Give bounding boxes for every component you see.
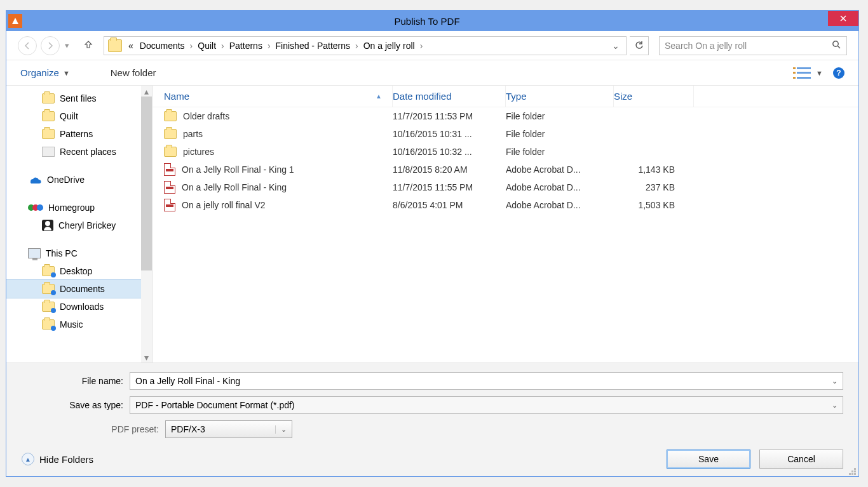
window-title: Publish To PDF [26,16,828,27]
nav-history-dropdown[interactable]: ▾ [65,41,69,50]
sidebar-item-label: Recent places [60,147,116,157]
pdf-preset-label: PDF preset: [22,424,165,434]
chevron-down-icon: ▼ [63,69,70,77]
breadcrumb-item[interactable]: On a jelly roll [361,41,417,51]
sidebar-item[interactable]: Music [6,316,152,333]
titlebar: Publish To PDF [6,11,858,31]
file-name: On a Jelly Roll Final - King 1 [182,164,294,175]
sidebar-item-label: Documents [60,284,105,294]
column-header-date[interactable]: Date modified [393,86,506,107]
file-row[interactable]: On a Jelly Roll Final - King11/7/2015 11… [153,178,858,196]
sidebar-item[interactable]: Downloads [6,298,152,316]
sidebar-scrollbar[interactable]: ▴ ▾ [141,86,152,363]
sidebar-item[interactable]: Documents [6,280,152,298]
folder-icon [108,39,122,52]
address-dropdown[interactable]: ⌄ [612,41,620,51]
file-list: Name ▲ Date modified Type Size Older dra… [153,86,858,363]
file-row[interactable]: On a jelly roll final V28/6/2015 4:01 PM… [153,196,858,214]
folder-icon [42,302,55,312]
search-placeholder: Search On a jelly roll [665,41,747,51]
save-button[interactable]: Save [667,450,750,469]
toolbar: Organize ▼ New folder ▼ ? [6,60,858,86]
scroll-down-icon[interactable]: ▾ [141,352,152,363]
sidebar-item[interactable]: OneDrive [6,171,152,189]
organize-button[interactable]: Organize ▼ [20,67,70,78]
folder-icon [42,284,55,294]
file-type: File folder [506,111,614,121]
scroll-up-icon[interactable]: ▴ [141,86,152,97]
recent-places-icon [42,147,55,157]
close-button[interactable] [828,11,858,26]
column-header-type[interactable]: Type [506,86,614,107]
filename-row: File name: On a Jelly Roll Final - King … [22,372,843,390]
file-row[interactable]: parts10/16/2015 10:31 ...File folder [153,125,858,143]
navigation-pane: Sent filesQuiltPatternsRecent placesOneD… [6,86,153,363]
sidebar-item[interactable]: Desktop [6,262,152,280]
folder-icon [42,93,55,103]
column-header-size[interactable]: Size [614,86,694,107]
chevron-down-icon[interactable]: ⌄ [832,401,837,410]
onedrive-icon [28,175,42,184]
file-type: Adobe Acrobat D... [506,200,614,210]
file-size: 237 KB [614,182,694,192]
sidebar-item[interactable]: Quilt [6,107,152,125]
filename-input[interactable]: On a Jelly Roll Final - King ⌄ [130,372,843,390]
breadcrumb-item[interactable]: Quilt [195,41,219,51]
file-row[interactable]: pictures10/16/2015 10:32 ...File folder [153,143,858,161]
nav-forward-button[interactable] [41,36,60,55]
file-type: File folder [506,129,614,139]
refresh-button[interactable] [630,36,649,55]
sidebar-item[interactable]: Sent files [6,90,152,107]
file-row[interactable]: Older drafts11/7/2015 11:53 PMFile folde… [153,107,858,125]
search-input[interactable]: Search On a jelly roll [659,36,847,55]
help-button[interactable]: ? [833,67,844,79]
file-row[interactable]: On a Jelly Roll Final - King 111/8/2015 … [153,161,858,178]
breadcrumb-item[interactable]: Patterns [227,41,265,51]
resize-grip[interactable] [848,467,856,475]
file-size: 1,503 KB [614,200,694,210]
view-options-button[interactable]: ▼ [797,67,823,79]
chevron-down-icon[interactable]: ⌄ [275,425,287,434]
sidebar-item-label: Downloads [60,302,104,312]
folder-icon [42,129,55,139]
file-size: 1,143 KB [614,164,694,175]
pdf-preset-row: PDF preset: PDF/X-3 ⌄ [22,420,843,438]
app-icon [8,14,22,28]
column-header-name[interactable]: Name ▲ [153,86,393,107]
file-name: On a jelly roll final V2 [182,200,266,210]
pdf-icon [164,163,175,176]
sidebar-item[interactable]: Patterns [6,125,152,143]
search-icon [832,40,841,51]
file-type: Adobe Acrobat D... [506,182,614,192]
sidebar-item-label: Quilt [60,111,78,121]
nav-up-button[interactable] [81,39,96,51]
file-date: 10/16/2015 10:32 ... [393,147,506,157]
scroll-thumb[interactable] [141,97,152,270]
file-name: pictures [183,147,214,157]
filename-value: On a Jelly Roll Final - King [135,376,240,386]
new-folder-button[interactable]: New folder [111,67,156,78]
nav-back-button[interactable] [18,36,37,55]
chevron-down-icon[interactable]: ⌄ [832,377,837,385]
file-type: Adobe Acrobat D... [506,164,614,175]
cancel-button[interactable]: Cancel [759,450,843,469]
file-date: 11/7/2015 11:55 PM [393,182,506,192]
sidebar-item[interactable]: Homegroup [6,199,152,217]
folder-icon [164,147,177,157]
pc-icon [28,248,41,258]
sidebar-item[interactable]: Cheryl Brickey [6,217,152,234]
breadcrumb-item[interactable]: Finished - Patterns [273,41,353,51]
breadcrumb-item[interactable]: Documents [137,41,187,51]
sidebar-item[interactable]: This PC [6,244,152,262]
navigation-bar: ▾ « Documents › Quilt › Patterns › Finis… [6,31,858,60]
hide-folders-button[interactable]: ▲ Hide Folders [22,453,93,465]
dialog-bottom: File name: On a Jelly Roll Final - King … [6,363,858,476]
folder-icon [164,111,177,121]
saveastype-value: PDF - Portable Document Format (*.pdf) [135,400,295,410]
saveastype-select[interactable]: PDF - Portable Document Format (*.pdf) ⌄ [130,396,843,414]
filename-label: File name: [22,376,130,386]
pdf-preset-select[interactable]: PDF/X-3 ⌄ [165,420,292,438]
organize-label: Organize [20,67,59,78]
address-bar[interactable]: « Documents › Quilt › Patterns › Finishe… [104,36,627,55]
sidebar-item[interactable]: Recent places [6,143,152,161]
